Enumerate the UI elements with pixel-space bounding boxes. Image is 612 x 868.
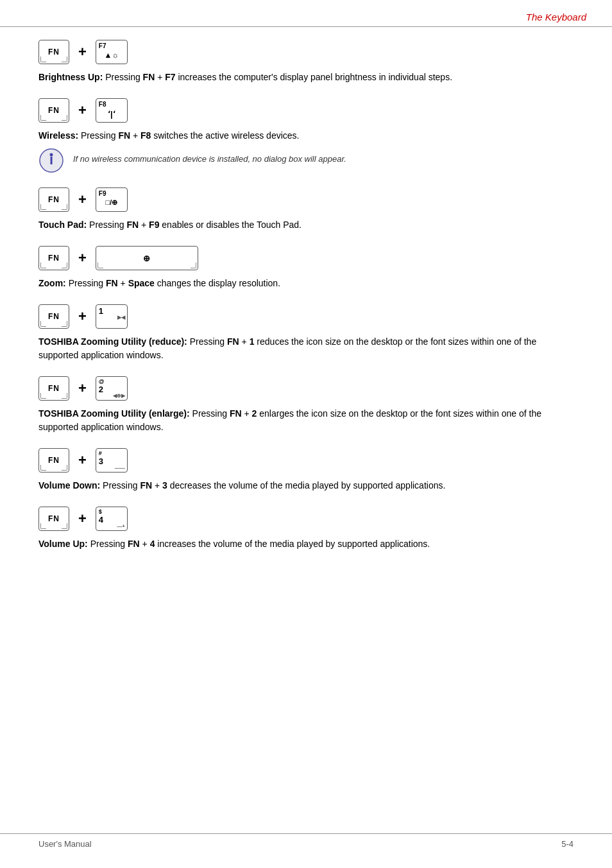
key-row-fn-4: FN + $ 4 —+ bbox=[38, 507, 574, 531]
desc-fn-2: TOSHIBA Zooming Utility (enlarge): Press… bbox=[38, 407, 574, 434]
chapter-title: The Keyboard bbox=[526, 12, 586, 22]
section-fn-4: FN + $ 4 —+ Volume Up: Pressing FN + 4 i… bbox=[38, 507, 574, 551]
f9-key: F9 □/⊕ bbox=[96, 187, 128, 212]
key-row-fn-3: FN + # 3 —— bbox=[38, 448, 574, 473]
section-fn-f8: FN + F8 ʻ|ʻ Wireless: Pressing FN + F8 s… bbox=[38, 98, 574, 173]
footer-left: User's Manual bbox=[38, 839, 92, 849]
num-1-key: 1 ▶◀ bbox=[96, 304, 128, 329]
desc-fn-4: Volume Up: Pressing FN + 4 increases the… bbox=[38, 537, 574, 551]
plus-space: + bbox=[78, 250, 87, 266]
footer-right: 5-4 bbox=[561, 839, 574, 849]
section-fn-1: FN + 1 ▶◀ TOSHIBA Zooming Utility (reduc… bbox=[38, 304, 574, 362]
desc-bold-fn-1: TOSHIBA Zooming Utility (reduce): bbox=[38, 336, 187, 347]
section-fn-2: FN + @ 2 ◀⊕▶ TOSHIBA Zooming Utility (en… bbox=[38, 376, 574, 434]
desc-fn-f7: Brightness Up: Pressing FN + F7 increase… bbox=[38, 71, 574, 84]
svg-point-2 bbox=[50, 153, 53, 157]
desc-bold-fn-f8: Wireless: bbox=[38, 130, 78, 141]
fn-key-f7: FN bbox=[38, 40, 69, 64]
num-3-key: # 3 —— bbox=[96, 448, 128, 473]
plus-f9: + bbox=[78, 191, 87, 208]
plus-f7: + bbox=[78, 44, 87, 60]
fn-key-f9: FN bbox=[38, 187, 69, 212]
plus-4: + bbox=[78, 510, 87, 527]
plus-2: + bbox=[78, 380, 87, 397]
info-box-f8: i If no wireless communication device is… bbox=[38, 148, 574, 173]
section-fn-f7: FN + F7 ▲☼ Brightness Up: Pressing FN + … bbox=[38, 40, 574, 84]
desc-bold-fn-4: Volume Up: bbox=[38, 539, 88, 549]
section-fn-space: FN + ⊕ Zoom: Pressing FN + Space changes… bbox=[38, 246, 574, 290]
fn-key-f8: FN bbox=[38, 98, 69, 123]
desc-bold-fn-f9: Touch Pad: bbox=[38, 220, 87, 230]
desc-fn-f9: Touch Pad: Pressing FN + F9 enables or d… bbox=[38, 218, 574, 232]
page-header: The Keyboard bbox=[0, 0, 612, 27]
desc-bold-fn-3: Volume Down: bbox=[38, 480, 100, 490]
desc-fn-f8: Wireless: Pressing FN + F8 switches the … bbox=[38, 129, 574, 143]
key-row-fn-f9: FN + F9 □/⊕ bbox=[38, 187, 574, 212]
section-fn-3: FN + # 3 —— Volume Down: Pressing FN + 3… bbox=[38, 448, 574, 492]
f8-key: F8 ʻ|ʻ bbox=[96, 98, 128, 123]
desc-fn-1: TOSHIBA Zooming Utility (reduce): Pressi… bbox=[38, 335, 574, 362]
desc-fn-space: Zoom: Pressing FN + Space changes the di… bbox=[38, 277, 574, 290]
num-2-key: @ 2 ◀⊕▶ bbox=[96, 376, 128, 401]
key-row-fn-f7: FN + F7 ▲☼ bbox=[38, 40, 574, 64]
fn-key-4: FN bbox=[38, 507, 69, 531]
space-key: ⊕ bbox=[96, 246, 198, 270]
info-icon-f8: i bbox=[38, 148, 64, 173]
f7-key: F7 ▲☼ bbox=[96, 40, 128, 64]
key-row-fn-2: FN + @ 2 ◀⊕▶ bbox=[38, 376, 574, 401]
info-text-f8: If no wireless communication device is i… bbox=[73, 148, 346, 166]
plus-3: + bbox=[78, 452, 87, 469]
fn-key-1: FN bbox=[38, 304, 69, 329]
fn-key-space: FN bbox=[38, 246, 69, 270]
main-content: FN + F7 ▲☼ Brightness Up: Pressing FN + … bbox=[0, 27, 612, 603]
desc-bold-fn-f7: Brightness Up: bbox=[38, 72, 103, 82]
page-footer: User's Manual 5-4 bbox=[0, 833, 612, 849]
desc-bold-fn-space: Zoom: bbox=[38, 278, 66, 288]
plus-1: + bbox=[78, 308, 87, 325]
plus-f8: + bbox=[78, 102, 87, 119]
desc-fn-3: Volume Down: Pressing FN + 3 decreases t… bbox=[38, 479, 574, 492]
desc-bold-fn-2: TOSHIBA Zooming Utility (enlarge): bbox=[38, 408, 190, 419]
fn-key-2: FN bbox=[38, 376, 69, 401]
key-row-fn-1: FN + 1 ▶◀ bbox=[38, 304, 574, 329]
num-4-key: $ 4 —+ bbox=[96, 507, 128, 531]
fn-key-3: FN bbox=[38, 448, 69, 473]
key-row-fn-f8: FN + F8 ʻ|ʻ bbox=[38, 98, 574, 123]
section-fn-f9: FN + F9 □/⊕ Touch Pad: Pressing FN + F9 … bbox=[38, 187, 574, 232]
key-row-fn-space: FN + ⊕ bbox=[38, 246, 574, 270]
